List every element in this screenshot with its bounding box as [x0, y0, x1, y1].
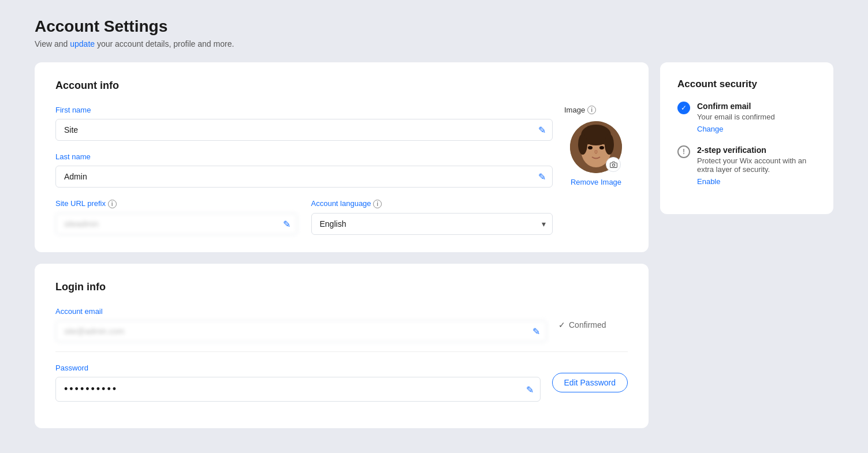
subtitle-link[interactable]: update [70, 39, 95, 48]
site-url-group: Site URL prefix i ✎ [55, 199, 297, 235]
page-subtitle: View and update your account details, pr… [35, 39, 833, 48]
first-name-edit-icon[interactable]: ✎ [538, 125, 546, 136]
account-email-input[interactable] [55, 320, 547, 342]
confirmed-status: ✓ Confirmed [558, 320, 628, 330]
last-name-edit-icon[interactable]: ✎ [538, 171, 546, 182]
password-label: Password [55, 364, 541, 372]
account-email-label: Account email [55, 307, 547, 316]
two-step-enable-link[interactable]: Enable [697, 177, 720, 186]
first-name-field-block: First name ✎ [55, 106, 553, 141]
site-url-label: Site URL prefix i [55, 199, 297, 208]
confirmed-check-icon: ✓ [558, 320, 565, 330]
confirm-email-check-icon: ✓ [677, 102, 690, 114]
account-info-title: Account info [55, 80, 628, 92]
first-name-input-wrap: ✎ [55, 119, 553, 141]
account-email-group: Account email ✎ [55, 307, 547, 342]
url-language-row: Site URL prefix i ✎ Account language [55, 199, 553, 235]
subtitle-after: your account details, profile and more. [95, 39, 234, 48]
account-language-label: Account language i [311, 199, 553, 208]
first-name-input[interactable] [55, 119, 553, 141]
login-info-title: Login info [55, 281, 628, 293]
svg-point-4 [605, 134, 614, 155]
login-info-card: Login info Account email ✎ ✓ Confirmed [35, 264, 649, 428]
language-select[interactable]: English French Spanish German Portuguese [311, 213, 553, 235]
last-name-field-block: Last name ✎ [55, 152, 553, 188]
image-info-icon[interactable]: i [587, 106, 596, 114]
svg-point-6 [599, 146, 604, 149]
camera-button[interactable] [606, 157, 621, 172]
account-info-fields: First name ✎ Last name ✎ [55, 106, 553, 235]
site-url-edit-icon[interactable]: ✎ [283, 219, 290, 230]
password-input-wrap: ✎ [55, 377, 541, 402]
last-name-label: Last name [55, 152, 553, 161]
avatar-section: Image i [564, 106, 628, 235]
svg-point-7 [612, 163, 614, 166]
password-row: Password ✎ Edit Password [55, 351, 628, 411]
two-step-warn-icon: ! [677, 145, 690, 158]
remove-image-link[interactable]: Remove Image [571, 178, 621, 186]
site-url-input-wrap: ✎ [55, 213, 297, 235]
password-input[interactable] [55, 377, 541, 402]
account-info-card: Account info First name ✎ Last name [35, 62, 649, 252]
site-url-input[interactable] [55, 213, 297, 235]
account-email-input-wrap: ✎ [55, 320, 547, 342]
page-title: Account Settings [35, 17, 833, 36]
main-column: Account info First name ✎ Last name [35, 62, 649, 428]
account-security-card: Account security ✓ Confirm email Your em… [660, 62, 833, 214]
edit-password-button[interactable]: Edit Password [552, 373, 628, 392]
avatar-wrap [570, 121, 622, 173]
account-info-inner: First name ✎ Last name ✎ [55, 106, 628, 235]
language-select-wrap: English French Spanish German Portuguese… [311, 213, 553, 235]
svg-point-5 [588, 146, 593, 149]
svg-point-3 [578, 134, 587, 155]
subtitle-before: View and [35, 39, 70, 48]
first-name-label: First name [55, 106, 553, 114]
two-step-title: 2-step verification [697, 145, 816, 155]
edit-password-wrap: Edit Password [552, 373, 628, 392]
account-email-edit-icon[interactable]: ✎ [532, 326, 540, 337]
account-language-group: Account language i English French Spanis… [311, 199, 553, 235]
confirm-email-subtitle: Your email is confirmed [697, 113, 775, 121]
confirm-email-title: Confirm email [697, 102, 775, 111]
account-email-row: Account email ✎ ✓ Confirmed [55, 307, 628, 351]
security-item-two-step: ! 2-step verification Protect your Wix a… [677, 145, 816, 186]
layout: Account info First name ✎ Last name [35, 62, 833, 428]
confirm-email-change-link[interactable]: Change [697, 125, 724, 133]
security-item-confirm-email: ✓ Confirm email Your email is confirmed … [677, 102, 816, 134]
image-label: Image i [564, 106, 596, 114]
last-name-input[interactable] [55, 166, 553, 188]
last-name-input-wrap: ✎ [55, 166, 553, 188]
confirmed-label: Confirmed [569, 320, 606, 330]
confirm-email-body: Confirm email Your email is confirmed Ch… [697, 102, 775, 134]
site-url-info-icon[interactable]: i [108, 200, 117, 208]
password-edit-icon[interactable]: ✎ [526, 384, 534, 395]
password-group: Password ✎ [55, 364, 541, 402]
two-step-subtitle: Protect your Wix account with an extra l… [697, 156, 816, 174]
account-security-title: Account security [677, 78, 816, 90]
account-language-info-icon[interactable]: i [373, 200, 382, 208]
two-step-body: 2-step verification Protect your Wix acc… [697, 145, 816, 186]
login-info-inner: Account email ✎ ✓ Confirmed Password [55, 307, 628, 411]
